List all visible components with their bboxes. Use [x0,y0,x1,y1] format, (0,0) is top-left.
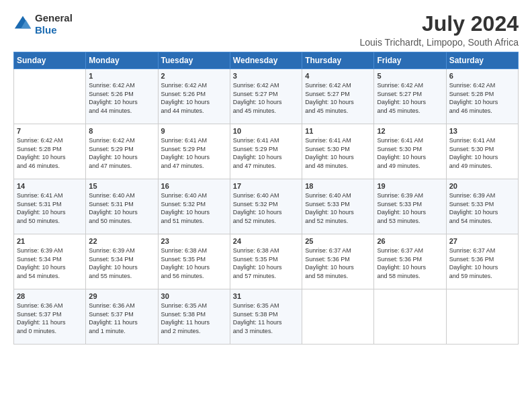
day-cell: 3Sunrise: 6:42 AM Sunset: 5:27 PM Daylig… [230,69,302,124]
header-cell-saturday: Saturday [446,52,518,69]
day-info: Sunrise: 6:41 AM Sunset: 5:29 PM Dayligh… [233,136,299,170]
day-cell: 31Sunrise: 6:35 AM Sunset: 5:38 PM Dayli… [230,289,302,345]
header-cell-monday: Monday [86,52,158,69]
day-info: Sunrise: 6:42 AM Sunset: 5:28 PM Dayligh… [17,136,83,170]
day-number: 15 [89,182,154,190]
calendar-table: SundayMondayTuesdayWednesdayThursdayFrid… [13,52,519,345]
day-cell [302,289,374,345]
day-info: Sunrise: 6:40 AM Sunset: 5:33 PM Dayligh… [305,191,371,225]
day-info: Sunrise: 6:39 AM Sunset: 5:33 PM Dayligh… [449,191,515,225]
day-number: 1 [89,72,154,80]
day-cell: 10Sunrise: 6:41 AM Sunset: 5:29 PM Dayli… [230,124,302,179]
day-number: 5 [377,72,443,80]
day-cell: 28Sunrise: 6:36 AM Sunset: 5:37 PM Dayli… [14,289,86,345]
day-number: 7 [17,127,83,135]
day-number: 19 [377,182,443,190]
day-info: Sunrise: 6:39 AM Sunset: 5:34 PM Dayligh… [17,246,83,280]
day-number: 31 [233,292,299,300]
day-number: 14 [17,182,83,190]
header-cell-thursday: Thursday [302,52,374,69]
week-row-2: 7Sunrise: 6:42 AM Sunset: 5:28 PM Daylig… [14,124,519,179]
day-cell: 26Sunrise: 6:37 AM Sunset: 5:36 PM Dayli… [374,234,446,289]
day-number: 6 [449,72,515,80]
day-cell: 21Sunrise: 6:39 AM Sunset: 5:34 PM Dayli… [14,234,86,289]
day-info: Sunrise: 6:41 AM Sunset: 5:29 PM Dayligh… [161,136,227,170]
day-cell: 27Sunrise: 6:37 AM Sunset: 5:36 PM Dayli… [446,234,518,289]
page: General Blue July 2024 Louis Trichardt, … [0,0,532,411]
day-number: 16 [161,182,227,190]
day-info: Sunrise: 6:42 AM Sunset: 5:26 PM Dayligh… [89,81,154,115]
day-cell: 4Sunrise: 6:42 AM Sunset: 5:27 PM Daylig… [302,69,374,124]
day-cell: 2Sunrise: 6:42 AM Sunset: 5:26 PM Daylig… [158,69,230,124]
day-cell: 12Sunrise: 6:41 AM Sunset: 5:30 PM Dayli… [374,124,446,179]
main-title: July 2024 [359,12,519,36]
day-number: 22 [89,237,154,245]
subtitle: Louis Trichardt, Limpopo, South Africa [359,37,519,48]
day-info: Sunrise: 6:42 AM Sunset: 5:27 PM Dayligh… [305,81,371,115]
day-cell: 17Sunrise: 6:40 AM Sunset: 5:32 PM Dayli… [230,179,302,234]
day-cell: 18Sunrise: 6:40 AM Sunset: 5:33 PM Dayli… [302,179,374,234]
day-cell: 13Sunrise: 6:41 AM Sunset: 5:30 PM Dayli… [446,124,518,179]
day-number: 20 [449,182,515,190]
header-cell-friday: Friday [374,52,446,69]
day-number: 4 [305,72,371,80]
header: General Blue July 2024 Louis Trichardt, … [13,12,519,48]
day-number: 26 [377,237,443,245]
day-info: Sunrise: 6:36 AM Sunset: 5:37 PM Dayligh… [89,302,154,335]
header-cell-tuesday: Tuesday [158,52,230,69]
logo: General Blue [13,12,73,36]
calendar-body: 1Sunrise: 6:42 AM Sunset: 5:26 PM Daylig… [14,69,519,345]
day-cell: 11Sunrise: 6:41 AM Sunset: 5:30 PM Dayli… [302,124,374,179]
day-info: Sunrise: 6:41 AM Sunset: 5:30 PM Dayligh… [449,136,515,170]
week-row-5: 28Sunrise: 6:36 AM Sunset: 5:37 PM Dayli… [14,289,519,345]
day-cell: 30Sunrise: 6:35 AM Sunset: 5:38 PM Dayli… [158,289,230,345]
day-info: Sunrise: 6:42 AM Sunset: 5:26 PM Dayligh… [161,81,227,115]
day-cell: 1Sunrise: 6:42 AM Sunset: 5:26 PM Daylig… [86,69,158,124]
week-row-3: 14Sunrise: 6:41 AM Sunset: 5:31 PM Dayli… [14,179,519,234]
day-cell: 8Sunrise: 6:42 AM Sunset: 5:29 PM Daylig… [86,124,158,179]
day-number: 28 [17,292,83,300]
day-number: 30 [161,292,227,300]
day-info: Sunrise: 6:39 AM Sunset: 5:34 PM Dayligh… [89,246,154,280]
day-cell: 20Sunrise: 6:39 AM Sunset: 5:33 PM Dayli… [446,179,518,234]
week-row-1: 1Sunrise: 6:42 AM Sunset: 5:26 PM Daylig… [14,69,519,124]
day-info: Sunrise: 6:40 AM Sunset: 5:32 PM Dayligh… [161,191,227,225]
day-cell: 22Sunrise: 6:39 AM Sunset: 5:34 PM Dayli… [86,234,158,289]
day-cell: 9Sunrise: 6:41 AM Sunset: 5:29 PM Daylig… [158,124,230,179]
day-number: 27 [449,237,515,245]
day-info: Sunrise: 6:39 AM Sunset: 5:33 PM Dayligh… [377,191,443,225]
day-number: 25 [305,237,371,245]
day-number: 8 [89,127,154,135]
day-cell: 25Sunrise: 6:37 AM Sunset: 5:36 PM Dayli… [302,234,374,289]
day-cell: 15Sunrise: 6:40 AM Sunset: 5:31 PM Dayli… [86,179,158,234]
day-info: Sunrise: 6:38 AM Sunset: 5:35 PM Dayligh… [233,246,299,280]
day-cell [446,289,518,345]
day-cell: 19Sunrise: 6:39 AM Sunset: 5:33 PM Dayli… [374,179,446,234]
day-info: Sunrise: 6:42 AM Sunset: 5:27 PM Dayligh… [233,81,299,115]
day-cell: 16Sunrise: 6:40 AM Sunset: 5:32 PM Dayli… [158,179,230,234]
day-info: Sunrise: 6:41 AM Sunset: 5:31 PM Dayligh… [17,191,83,225]
day-number: 17 [233,182,299,190]
day-info: Sunrise: 6:37 AM Sunset: 5:36 PM Dayligh… [449,246,515,280]
calendar-header: SundayMondayTuesdayWednesdayThursdayFrid… [14,52,519,69]
day-info: Sunrise: 6:36 AM Sunset: 5:37 PM Dayligh… [17,302,83,335]
day-number: 18 [305,182,371,190]
logo-icon [13,15,32,34]
day-cell: 6Sunrise: 6:42 AM Sunset: 5:28 PM Daylig… [446,69,518,124]
day-info: Sunrise: 6:40 AM Sunset: 5:31 PM Dayligh… [89,191,154,225]
day-info: Sunrise: 6:38 AM Sunset: 5:35 PM Dayligh… [161,246,227,280]
week-row-4: 21Sunrise: 6:39 AM Sunset: 5:34 PM Dayli… [14,234,519,289]
day-info: Sunrise: 6:37 AM Sunset: 5:36 PM Dayligh… [305,246,371,280]
day-info: Sunrise: 6:42 AM Sunset: 5:27 PM Dayligh… [377,81,443,115]
day-number: 10 [233,127,299,135]
logo-text: General Blue [35,12,73,36]
day-number: 3 [233,72,299,80]
day-info: Sunrise: 6:41 AM Sunset: 5:30 PM Dayligh… [305,136,371,170]
day-number: 29 [89,292,154,300]
day-info: Sunrise: 6:42 AM Sunset: 5:28 PM Dayligh… [449,81,515,115]
day-info: Sunrise: 6:37 AM Sunset: 5:36 PM Dayligh… [377,246,443,280]
day-number: 13 [449,127,515,135]
title-block: July 2024 Louis Trichardt, Limpopo, Sout… [359,12,519,48]
day-cell [14,69,86,124]
day-number: 2 [161,72,227,80]
